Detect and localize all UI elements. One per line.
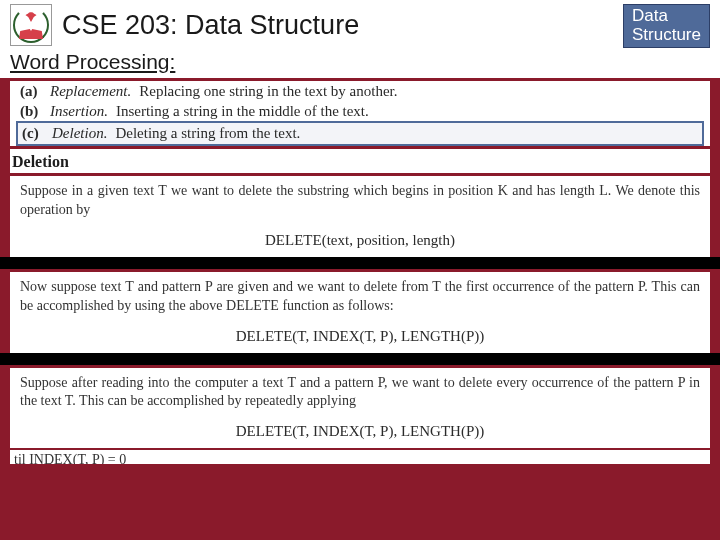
- slide-header: CSE 203: Data Structure Data Structure: [0, 0, 720, 50]
- op-desc: Inserting a string in the middle of the …: [116, 103, 369, 120]
- formula-2: DELETE(T, INDEX(T, P), LENGTH(P)): [10, 322, 710, 353]
- course-title: CSE 203: Data Structure: [62, 10, 359, 41]
- badge-line1: Data: [632, 7, 701, 26]
- divider-black: [0, 257, 720, 269]
- university-logo: [10, 4, 52, 46]
- section-heading: Word Processing:: [0, 50, 720, 78]
- divider-black: [0, 353, 720, 365]
- formula-3: DELETE(T, INDEX(T, P), LENGTH(P)): [10, 417, 710, 448]
- op-label: (a): [20, 83, 50, 100]
- formula-1: DELETE(text, position, length): [10, 226, 710, 257]
- paragraph-3: Suppose after reading into the computer …: [10, 368, 710, 418]
- paragraph-2: Now suppose text T and pattern P are giv…: [10, 272, 710, 322]
- op-name: Deletion.: [52, 125, 107, 142]
- op-name: Replacement.: [50, 83, 131, 100]
- op-name: Insertion.: [50, 103, 108, 120]
- op-desc: Replacing one string in the text by anot…: [139, 83, 397, 100]
- operation-row-c: (c) Deletion. Deleting a string from the…: [18, 123, 702, 144]
- subject-badge: Data Structure: [623, 4, 710, 48]
- op-label: (b): [20, 103, 50, 120]
- operations-panel: (a) Replacement. Replacing one string in…: [10, 81, 710, 146]
- partial-text-clipped: til INDEX(T, P) = 0: [10, 450, 710, 464]
- badge-line2: Structure: [632, 26, 701, 45]
- op-label: (c): [22, 125, 52, 142]
- paragraph-1: Suppose in a given text T we want to del…: [10, 176, 710, 226]
- deletion-heading: Deletion: [10, 149, 710, 173]
- operation-row-c-highlighted: (c) Deletion. Deleting a string from the…: [16, 121, 704, 146]
- operation-row-a: (a) Replacement. Replacing one string in…: [10, 81, 710, 101]
- op-desc: Deleting a string from the text.: [115, 125, 300, 142]
- operation-row-b: (b) Insertion. Inserting a string in the…: [10, 101, 710, 121]
